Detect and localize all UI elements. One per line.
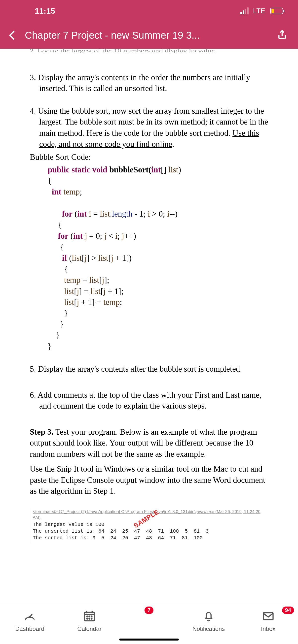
question-6: 6. Add comments at the top of the class … — [30, 390, 268, 412]
question-3: 3. Display the array's contents in the o… — [30, 72, 268, 94]
status-right: LTE — [240, 7, 283, 15]
status-bar: 11:15 LTE — [0, 0, 298, 22]
step-3b: Use the Snip It tool in Windows or a sim… — [30, 464, 268, 497]
page-title: Chapter 7 Project - new Summer 19 3... — [25, 30, 269, 41]
share-button[interactable] — [277, 29, 287, 41]
truncated-line: 2. Locate the largest of the 10 numbers … — [30, 48, 268, 54]
svg-point-6 — [89, 618, 90, 619]
svg-point-3 — [89, 616, 90, 617]
tab-bar: Dashboard Calendar 7 Notifications 94 In… — [0, 604, 298, 644]
back-button[interactable] — [9, 31, 18, 40]
calendar-icon — [83, 610, 96, 622]
gauge-icon — [23, 610, 36, 622]
svg-point-7 — [91, 618, 92, 619]
mail-icon — [262, 610, 275, 622]
tab-calendar[interactable]: Calendar — [60, 604, 119, 644]
bubble-sort-label: Bubble Sort Code: — [30, 152, 268, 163]
badge-inbox: 94 — [282, 606, 294, 614]
svg-point-2 — [87, 616, 88, 617]
svg-point-0 — [29, 616, 30, 618]
tab-notifications[interactable]: Notifications — [179, 604, 238, 644]
nav-bar: Chapter 7 Project - new Summer 19 3... — [0, 22, 298, 48]
step-3: Step 3. Test your program. Below is an e… — [30, 426, 268, 460]
svg-point-5 — [87, 618, 88, 619]
tab-dashboard[interactable]: Dashboard — [0, 604, 60, 644]
network-label: LTE — [253, 7, 265, 15]
signal-icon — [240, 8, 248, 14]
question-4: 4. Using the bubble sort, now sort the a… — [30, 106, 268, 352]
console-sample: <terminated> C7_Project (2) [Java Applic… — [30, 508, 268, 542]
tab-inbox[interactable]: 94 Inbox — [238, 604, 298, 644]
status-time: 11:15 — [35, 6, 55, 16]
tab-unlabeled[interactable]: 7 — [119, 604, 179, 644]
question-5: 5. Display the array's contents after th… — [30, 364, 268, 374]
bell-icon — [202, 610, 215, 622]
battery-icon — [270, 8, 283, 14]
home-indicator[interactable] — [119, 638, 179, 640]
code-block: public static void bubbleSort(int[] list… — [30, 164, 268, 352]
svg-point-4 — [91, 616, 92, 617]
document-content[interactable]: 2. Locate the largest of the 10 numbers … — [0, 49, 298, 550]
badge-count: 7 — [145, 606, 153, 614]
